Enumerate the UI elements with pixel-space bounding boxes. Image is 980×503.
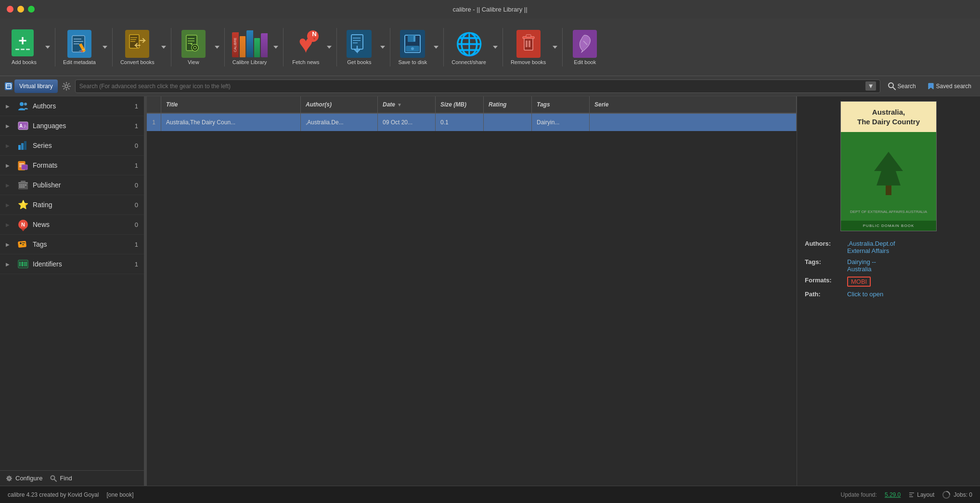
table-row[interactable]: 1 Australia,The Dairy Coun... ,Australia… xyxy=(147,114,797,131)
virtual-library-icon xyxy=(5,82,13,90)
svg-rect-66 xyxy=(19,186,21,187)
svg-rect-53 xyxy=(18,145,21,150)
sidebar-item-rating[interactable]: ▶ ⭐ Rating 0 xyxy=(0,195,144,215)
calibre-library-dropdown[interactable] xyxy=(271,28,280,66)
col-header-title[interactable]: Title xyxy=(161,96,301,113)
expand-authors-icon: ▶ xyxy=(6,104,13,109)
divider-4 xyxy=(224,28,225,66)
connect-share-button[interactable]: 🌐 Connect/share xyxy=(447,26,491,68)
view-button[interactable]: View xyxy=(174,26,213,68)
sidebar-item-authors[interactable]: ▶ Authors 1 xyxy=(0,96,144,116)
sidebar-item-languages[interactable]: ▶ A あ Languages 1 xyxy=(0,116,144,136)
search-button[interactable]: Search xyxy=(884,80,920,92)
cell-size: 0.1 xyxy=(436,114,484,131)
search-bar: Virtual library ▼ Search Saved search xyxy=(0,76,980,96)
svg-rect-81 xyxy=(26,262,27,266)
find-button[interactable]: Find xyxy=(50,475,72,482)
svg-rect-40 xyxy=(529,40,530,47)
window-controls[interactable] xyxy=(7,6,35,13)
convert-books-label: Convert books xyxy=(120,59,155,65)
col-header-series[interactable]: Serie xyxy=(590,96,797,113)
fetch-news-button[interactable]: ♥ N ▼ Fetch news xyxy=(286,26,325,68)
edit-metadata-dropdown[interactable] xyxy=(101,28,109,66)
rating-label: Rating xyxy=(33,201,125,209)
identifiers-icon xyxy=(17,258,29,270)
configure-label: Configure xyxy=(15,475,42,482)
edit-book-button[interactable]: Edit book xyxy=(566,26,604,68)
maximize-button[interactable] xyxy=(28,6,35,13)
svg-text:あ: あ xyxy=(23,124,27,129)
meta-row-path: Path: Click to open xyxy=(805,291,972,298)
tags-meta-label: Tags: xyxy=(805,258,843,265)
path-meta-value[interactable]: Click to open xyxy=(847,291,883,298)
expand-publisher-icon: ▶ xyxy=(6,183,13,188)
sidebar-item-tags[interactable]: ▶ Tags 1 xyxy=(0,235,144,254)
cell-rating xyxy=(484,114,532,131)
col-header-author[interactable]: Author(s) xyxy=(301,96,378,113)
edit-book-icon xyxy=(573,30,597,58)
search-container: ▼ xyxy=(75,79,880,93)
fetch-news-dropdown[interactable] xyxy=(325,28,334,66)
svg-rect-78 xyxy=(22,262,23,266)
sidebar-item-series[interactable]: ▶ Series 0 xyxy=(0,136,144,156)
save-to-disk-button[interactable]: Save to disk xyxy=(393,26,432,68)
configure-button[interactable]: Configure xyxy=(6,475,42,482)
minimize-button[interactable] xyxy=(17,6,24,13)
meta-row-tags: Tags: Dairying --Australia xyxy=(805,258,972,273)
connect-share-icon-area: 🌐 xyxy=(455,29,483,58)
calibre-library-icon: CALIBRE xyxy=(232,29,268,58)
svg-rect-62 xyxy=(19,185,21,185)
sidebar-item-formats[interactable]: ▶ Formats 1 xyxy=(0,156,144,175)
convert-books-dropdown[interactable] xyxy=(159,28,168,66)
sidebar-item-news[interactable]: ▶ N News 0 xyxy=(0,215,144,235)
remove-books-button[interactable]: Remove books xyxy=(506,26,551,68)
search-input[interactable] xyxy=(79,83,866,90)
add-books-icon-area: + xyxy=(10,29,38,58)
saved-search-label: Saved search xyxy=(936,83,971,90)
edit-metadata-icon-area xyxy=(65,29,93,58)
layout-button[interactable]: Layout xyxy=(908,491,934,498)
sidebar-item-identifiers[interactable]: ▶ Identifiers 1 xyxy=(0,254,144,274)
authors-meta-value[interactable]: ,Australia.Dept.ofExternal Affairs xyxy=(847,240,895,254)
get-books-button[interactable]: Get books xyxy=(340,26,378,68)
add-books-dropdown[interactable] xyxy=(43,28,52,66)
saved-search-button[interactable]: Saved search xyxy=(924,80,975,92)
update-version-link[interactable]: 5.29.0 xyxy=(885,491,901,498)
view-dropdown[interactable] xyxy=(213,28,221,66)
col-header-rating[interactable]: Rating xyxy=(484,96,532,113)
edit-metadata-icon xyxy=(67,30,91,58)
col-header-size[interactable]: Size (MB) xyxy=(436,96,484,113)
connect-share-icon: 🌐 xyxy=(455,31,483,57)
search-gear-icon[interactable] xyxy=(62,81,71,91)
svg-rect-16 xyxy=(188,40,194,41)
svg-rect-2 xyxy=(74,39,81,40)
remove-books-dropdown[interactable] xyxy=(551,28,559,66)
edit-metadata-button[interactable]: Edit metadata xyxy=(58,26,101,68)
get-books-dropdown[interactable] xyxy=(378,28,387,66)
formats-meta-value[interactable]: MOBI xyxy=(847,277,871,287)
save-to-disk-dropdown[interactable] xyxy=(432,28,440,66)
virtual-library-button[interactable]: Virtual library xyxy=(14,79,58,93)
expand-series-icon: ▶ xyxy=(6,143,13,148)
search-dropdown-button[interactable]: ▼ xyxy=(865,81,876,91)
col-header-tags[interactable]: Tags xyxy=(532,96,590,113)
remove-books-label: Remove books xyxy=(511,59,546,65)
calibre-library-button[interactable]: CALIBRE Calibre Library xyxy=(228,26,272,68)
convert-books-button[interactable]: Convert books xyxy=(116,26,159,68)
languages-label: Languages xyxy=(33,122,125,130)
col-header-date[interactable]: Date ▼ xyxy=(378,96,436,113)
connect-share-dropdown[interactable] xyxy=(491,28,500,66)
status-bar: calibre 4.23 created by Kovid Goyal [one… xyxy=(0,486,980,503)
divider-9 xyxy=(503,28,503,66)
add-books-button[interactable]: + Add books xyxy=(5,26,43,68)
svg-rect-3 xyxy=(74,41,83,42)
close-button[interactable] xyxy=(7,6,13,13)
sidebar-item-publisher[interactable]: ▶ Publisher 0 xyxy=(0,175,144,195)
remove-books-group: Remove books xyxy=(506,26,559,68)
title-col-label: Title xyxy=(166,101,178,108)
svg-marker-23 xyxy=(327,46,332,49)
svg-rect-11 xyxy=(130,39,136,40)
tags-meta-value[interactable]: Dairying --Australia xyxy=(847,258,876,273)
news-count: 0 xyxy=(129,221,138,228)
search-button-label: Search xyxy=(898,83,916,90)
